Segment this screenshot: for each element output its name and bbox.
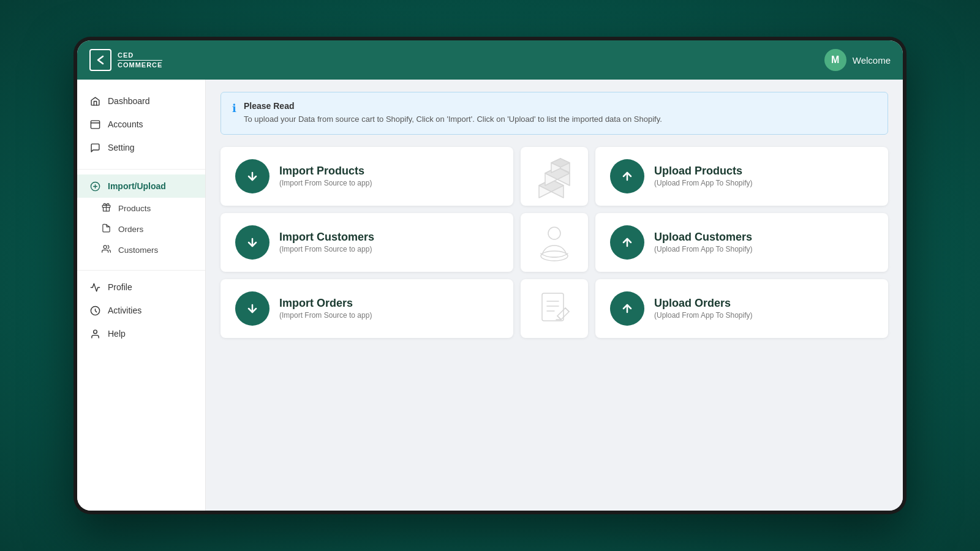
sidebar-item-accounts[interactable]: Accounts: [77, 113, 205, 136]
welcome-text: Welcome: [853, 55, 891, 66]
logo-bottom: COMMERCE: [118, 62, 162, 69]
upload-customers-circle: [610, 225, 644, 260]
products-middle-image: [521, 147, 588, 206]
customers-row: Import Customers (Import From Source to …: [221, 213, 888, 272]
upload-orders-subtitle: (Upload From App To Shopify): [654, 311, 753, 320]
sidebar-divider-2: [77, 270, 205, 271]
content-area: ℹ Please Read To upload your Data from s…: [206, 80, 903, 511]
import-orders-subtitle: (Import From Source to app): [279, 311, 372, 320]
orders-icon: [102, 223, 111, 234]
tablet-screen: CED COMMERCE M Welcome: [77, 40, 903, 511]
sidebar-item-dashboard[interactable]: Dashboard: [77, 89, 205, 113]
sidebar-item-setting[interactable]: Setting: [77, 136, 205, 159]
import-customers-circle: [235, 225, 270, 260]
sidebar-label-products: Products: [118, 204, 151, 213]
sidebar-label-import-upload: Import/Upload: [108, 181, 166, 191]
sidebar-item-profile[interactable]: Profile: [77, 276, 205, 299]
profile-icon: [89, 282, 100, 293]
upload-orders-title: Upload Orders: [654, 297, 753, 310]
header-right: M Welcome: [824, 49, 891, 71]
sidebar-item-help[interactable]: Help: [77, 322, 205, 345]
svg-point-20: [548, 227, 560, 239]
accounts-icon: [89, 119, 100, 130]
upload-customers-title: Upload Customers: [654, 231, 753, 244]
import-products-card[interactable]: Import Products (Import From Source to a…: [221, 147, 513, 206]
svg-line-26: [557, 316, 561, 320]
import-products-subtitle: (Import From Source to app): [279, 179, 372, 187]
info-description: To upload your Data from source cart to …: [244, 113, 662, 126]
sidebar-label-dashboard: Dashboard: [108, 96, 150, 106]
info-icon: ℹ: [232, 102, 236, 115]
svg-point-7: [104, 246, 107, 249]
orders-middle-image: [521, 279, 588, 338]
import-orders-card[interactable]: Import Orders (Import From Source to app…: [221, 279, 513, 338]
logo-area: CED COMMERCE: [89, 49, 162, 71]
logo-icon: [89, 49, 111, 71]
import-customers-card[interactable]: Import Customers (Import From Source to …: [221, 213, 513, 272]
info-banner: ℹ Please Read To upload your Data from s…: [221, 92, 888, 135]
sidebar-label-setting: Setting: [108, 143, 135, 152]
header: CED COMMERCE M Welcome: [77, 40, 903, 80]
import-customers-title: Import Customers: [279, 231, 374, 244]
upload-customers-subtitle: (Upload From App To Shopify): [654, 245, 753, 253]
avatar[interactable]: M: [824, 49, 846, 71]
products-icon: [102, 203, 111, 214]
sidebar-label-profile: Profile: [108, 282, 132, 292]
upload-icon: [89, 181, 100, 192]
sidebar-item-orders[interactable]: Orders: [77, 219, 205, 239]
logo-text: CED COMMERCE: [118, 52, 162, 69]
upload-orders-text: Upload Orders (Upload From App To Shopif…: [654, 297, 753, 320]
import-customers-subtitle: (Import From Source to app): [279, 245, 374, 253]
upload-products-card[interactable]: Upload Products (Upload From App To Shop…: [595, 147, 888, 206]
activities-icon: [89, 305, 100, 316]
upload-orders-circle: [610, 291, 644, 326]
sidebar: Dashboard Accounts: [77, 80, 206, 511]
tablet-frame: CED COMMERCE M Welcome: [74, 37, 907, 514]
upload-products-text: Upload Products (Upload From App To Shop…: [654, 165, 753, 188]
info-text: Please Read To upload your Data from sou…: [244, 101, 662, 126]
orders-row: Import Orders (Import From Source to app…: [221, 279, 888, 338]
logo-top: CED: [118, 52, 162, 61]
sidebar-label-activities: Activities: [108, 305, 141, 315]
sidebar-top-section: Dashboard Accounts: [77, 89, 205, 159]
home-icon: [89, 96, 100, 107]
sidebar-divider-1: [77, 169, 205, 170]
upload-customers-card[interactable]: Upload Customers (Upload From App To Sho…: [595, 213, 888, 272]
import-customers-text: Import Customers (Import From Source to …: [279, 231, 374, 254]
sidebar-bottom-section: Profile Activities: [77, 276, 205, 345]
customers-icon: [102, 244, 111, 255]
customers-middle-image: [521, 213, 588, 272]
sidebar-item-customers[interactable]: Customers: [77, 239, 205, 260]
sidebar-item-activities[interactable]: Activities: [77, 299, 205, 322]
sidebar-label-accounts: Accounts: [108, 119, 143, 129]
products-row: Import Products (Import From Source to a…: [221, 147, 888, 206]
upload-products-subtitle: (Upload From App To Shopify): [654, 179, 753, 187]
help-icon: [89, 328, 100, 339]
import-products-text: Import Products (Import From Source to a…: [279, 165, 372, 188]
sidebar-label-orders: Orders: [118, 225, 143, 234]
info-title: Please Read: [244, 101, 662, 111]
svg-rect-0: [91, 121, 99, 129]
import-orders-circle: [235, 291, 270, 326]
import-products-title: Import Products: [279, 165, 372, 178]
sidebar-import-section: Import/Upload Products: [77, 174, 205, 260]
upload-customers-text: Upload Customers (Upload From App To Sho…: [654, 231, 753, 254]
setting-icon: [89, 142, 100, 153]
sidebar-item-import-upload[interactable]: Import/Upload: [77, 174, 205, 198]
main-layout: Dashboard Accounts: [77, 80, 903, 511]
svg-rect-22: [542, 293, 564, 321]
import-products-circle: [235, 159, 270, 193]
import-orders-title: Import Orders: [279, 297, 372, 310]
sidebar-item-products[interactable]: Products: [77, 198, 205, 219]
sidebar-label-help: Help: [108, 329, 126, 339]
sidebar-label-customers: Customers: [118, 246, 158, 255]
svg-line-27: [565, 308, 569, 312]
upload-products-circle: [610, 159, 644, 193]
svg-point-9: [93, 330, 97, 334]
upload-products-title: Upload Products: [654, 165, 753, 178]
import-orders-text: Import Orders (Import From Source to app…: [279, 297, 372, 320]
upload-orders-card[interactable]: Upload Orders (Upload From App To Shopif…: [595, 279, 888, 338]
